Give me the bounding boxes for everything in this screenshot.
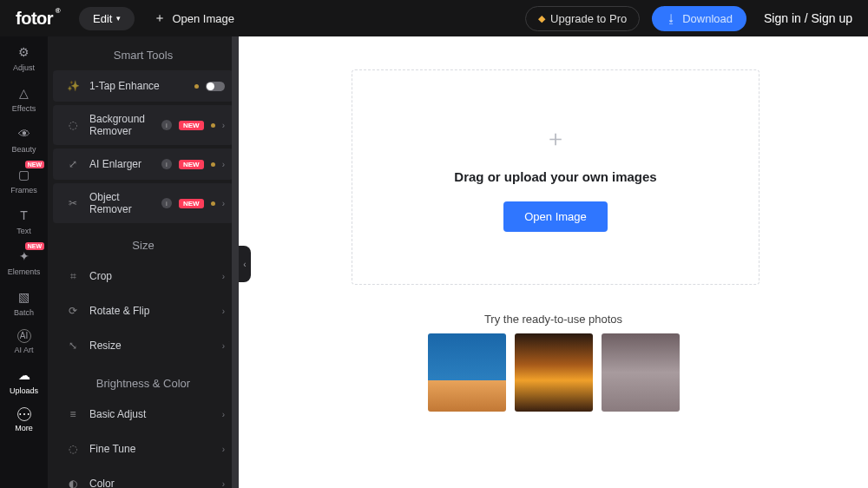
enlarger-icon: ⤢ [65, 156, 81, 172]
info-icon: i [161, 120, 172, 130]
plus-icon: ＋ [544, 123, 567, 154]
sample-photo-2[interactable] [515, 333, 593, 412]
chevron-right-icon: › [222, 199, 225, 208]
chevron-right-icon: › [222, 445, 225, 454]
chevron-left-icon: ‹ [243, 260, 246, 269]
tool-ai-enlarger[interactable]: ⤢ AI Enlarger i NEW › [53, 148, 233, 180]
chevron-down-icon: ▾ [116, 14, 121, 23]
download-icon: ⭳ [666, 12, 677, 25]
tools-panel: Smart Tools ✨ 1-Tap Enhance ◌ Background… [48, 36, 239, 488]
nav-uploads-label: Uploads [10, 386, 38, 395]
tool-object-remover[interactable]: ✂ Object Remover i NEW › [53, 183, 233, 223]
finetune-label: Fine Tune [89, 443, 222, 455]
basicadjust-label: Basic Adjust [89, 408, 222, 420]
nav-frames[interactable]: NEW▢Frames [0, 159, 48, 200]
nav-batch[interactable]: ▧Batch [0, 281, 48, 322]
nav-aiart[interactable]: AIAI Art [0, 322, 48, 359]
nav-frames-label: Frames [10, 186, 37, 195]
image-dropzone[interactable]: ＋ Drag or upload your own images Open Im… [352, 69, 760, 285]
color-label: Color [89, 478, 222, 488]
basicadjust-icon: ≡ [65, 406, 81, 422]
enhance-label: 1-Tap Enhance [89, 80, 194, 92]
tool-basic-adjust[interactable]: ≡ Basic Adjust › [53, 399, 233, 430]
tool-1tap-enhance[interactable]: ✨ 1-Tap Enhance [53, 70, 233, 102]
more-icon: ⋯ [17, 407, 31, 421]
app-header: fotor® Edit ▾ ＋ Open Image ◆ Upgrade to … [0, 0, 868, 36]
resize-label: Resize [89, 340, 222, 352]
objremover-icon: ✂ [65, 195, 81, 211]
premium-dot-icon [211, 201, 215, 206]
logo[interactable]: fotor® [16, 9, 53, 29]
section-smart-tools: Smart Tools [48, 36, 239, 70]
edit-label: Edit [93, 12, 112, 25]
new-pill: NEW [179, 199, 204, 208]
open-image-button[interactable]: Open Image [503, 201, 608, 232]
enhance-toggle[interactable] [206, 82, 225, 91]
nav-effects-label: Effects [12, 104, 36, 113]
tool-rotate-flip[interactable]: ⟳ Rotate & Flip › [53, 295, 233, 326]
nav-elements[interactable]: NEW✦Elements [0, 241, 48, 281]
open-image-top-button[interactable]: ＋ Open Image [154, 10, 234, 26]
rotate-label: Rotate & Flip [89, 305, 222, 317]
open-image-top-label: Open Image [172, 12, 234, 25]
nav-beauty[interactable]: 👁Beauty [0, 118, 48, 159]
beauty-icon: 👁 [16, 125, 33, 142]
chevron-right-icon: › [222, 307, 225, 316]
enhance-icon: ✨ [65, 78, 81, 94]
chevron-right-icon: › [222, 479, 225, 489]
nav-adjust[interactable]: ⚙Adjust [0, 36, 48, 77]
main-canvas-area: ＋ Drag or upload your own images Open Im… [239, 36, 868, 488]
tool-resize[interactable]: ⤡ Resize › [53, 330, 233, 361]
nav-beauty-label: Beauty [11, 145, 36, 154]
elements-icon: ✦ [16, 247, 33, 265]
tool-background-remover[interactable]: ◌ Background Remover i NEW › [53, 105, 233, 145]
edit-dropdown[interactable]: Edit ▾ [79, 7, 135, 30]
download-button[interactable]: ⭳ Download [652, 6, 746, 31]
premium-dot-icon [211, 162, 215, 167]
resize-icon: ⤡ [65, 338, 81, 353]
crop-icon: ⌗ [65, 268, 81, 284]
rotate-icon: ⟳ [65, 303, 81, 319]
nav-adjust-label: Adjust [13, 63, 35, 72]
nav-uploads[interactable]: ☁Uploads [0, 359, 48, 400]
chevron-right-icon: › [222, 160, 225, 169]
finetune-icon: ◌ [65, 441, 81, 457]
effects-icon: △ [16, 84, 33, 102]
nav-text-label: Text [16, 227, 31, 235]
download-label: Download [682, 12, 733, 25]
tool-color[interactable]: ◐ Color › [53, 468, 233, 488]
chevron-right-icon: › [222, 341, 225, 351]
nav-text[interactable]: TText [0, 200, 48, 241]
tool-fine-tune[interactable]: ◌ Fine Tune › [53, 433, 233, 465]
enlarger-label: AI Enlarger [89, 158, 161, 170]
left-nav-strip: ⚙Adjust △Effects 👁Beauty NEW▢Frames TTex… [0, 36, 48, 488]
nav-more[interactable]: ⋯More [0, 400, 48, 438]
new-pill: NEW [179, 160, 204, 169]
sample-photo-3[interactable] [602, 333, 680, 412]
upgrade-button[interactable]: ◆ Upgrade to Pro [525, 6, 640, 31]
signin-label: Sign in / Sign up [764, 11, 852, 25]
new-badge: NEW [25, 161, 44, 168]
tool-crop[interactable]: ⌗ Crop › [53, 260, 233, 292]
nav-aiart-label: AI Art [14, 346, 33, 354]
batch-icon: ▧ [16, 288, 33, 306]
info-icon: i [161, 159, 172, 169]
chevron-right-icon: › [222, 121, 225, 130]
bgremover-label: Background Remover [89, 113, 161, 138]
nav-batch-label: Batch [14, 308, 34, 317]
chevron-right-icon: › [222, 410, 225, 419]
sample-photo-1[interactable] [428, 333, 506, 412]
logo-reg-icon: ® [56, 7, 60, 15]
section-brightness-color: Brightness & Color [48, 365, 239, 399]
signin-link[interactable]: Sign in / Sign up [764, 11, 852, 25]
premium-dot-icon [211, 123, 215, 128]
panel-collapse-tab[interactable]: ‹ [239, 246, 251, 282]
frames-icon: ▢ [16, 166, 33, 183]
info-icon: i [161, 198, 172, 208]
try-photos-label: Try the ready-to-use photos [239, 313, 868, 326]
text-icon: T [16, 207, 33, 224]
new-pill: NEW [179, 121, 204, 130]
logo-text: fotor [16, 9, 53, 28]
nav-effects[interactable]: △Effects [0, 77, 48, 118]
panel-scrollbar[interactable] [232, 36, 239, 488]
